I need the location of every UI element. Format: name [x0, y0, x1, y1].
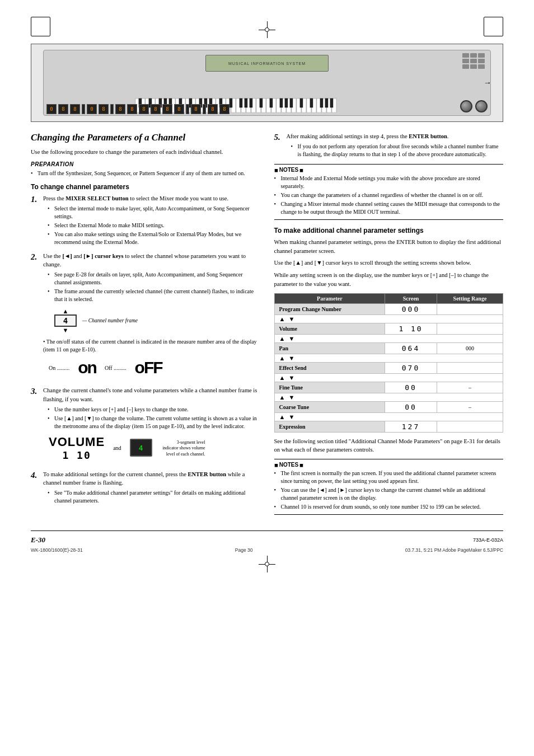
arrow-row-4: ▲ ▼: [274, 373, 503, 382]
step-4: 4. To make additional settings for the c…: [31, 470, 260, 506]
arrows-lr-2: ▲ ▼: [279, 335, 499, 342]
svg-rect-60: [300, 98, 303, 107]
step-3-bullet-2: • Use [▲] and [▼] to change the volume. …: [48, 415, 260, 430]
bullet-icon: •: [274, 175, 279, 190]
arrow-cell-5: ▲ ▼: [274, 393, 503, 401]
bullet-icon: •: [48, 222, 52, 229]
volume-display: VOLUME 1 10: [49, 435, 105, 461]
main-content: Changing the Parameters of a Channel Use…: [31, 132, 503, 519]
step-3-content: Change the current channel's tone and vo…: [43, 386, 260, 466]
step-2: 2. Use the [◄] and [►] cursor keys to se…: [31, 252, 260, 382]
step-1-content: Press the MIXER SELECT button to select …: [43, 194, 260, 247]
note-1-item-2: • You can change the parameters of a cha…: [274, 191, 504, 199]
param-screen-volume: 1 10: [385, 323, 437, 334]
kbd-btn-1: [462, 53, 469, 58]
arrow-row-5: ▲ ▼: [274, 393, 503, 401]
step-2-text: Use the [◄] and [►] cursor keys to selec…: [43, 252, 260, 270]
arrow-row-6: ▲ ▼: [274, 412, 503, 421]
crosshair-symbol: [259, 21, 275, 38]
keyboard-right-panel: [462, 53, 485, 69]
volume-illustration: VOLUME 1 10 and 4 3-segment level indica…: [49, 435, 260, 461]
step-1-bullet-3: • You can also make settings using the E…: [48, 231, 260, 246]
svg-rect-58: [285, 98, 288, 107]
param-name-finetune: Fine Tune: [274, 382, 385, 393]
note-2-item-1: • The first screen is normally the pan s…: [274, 469, 504, 485]
left-column: Changing the Parameters of a Channel Use…: [31, 132, 260, 519]
up-arrow-icon: ▲: [279, 374, 285, 381]
svg-rect-56: [270, 98, 273, 107]
footer-left: WK-1800/1600(E)-28-31: [31, 547, 83, 553]
param-range-coarsetune: –: [437, 401, 503, 412]
col-header-range: Setting Range: [437, 293, 503, 303]
param-name-pcn: Program Change Number: [274, 303, 385, 314]
svg-rect-62: [320, 98, 323, 107]
step-2b-text: • The on/off status of the current chann…: [43, 338, 260, 354]
step-1: 1. Press the MIXER SELECT button to sele…: [31, 194, 260, 247]
table-row-volume: Volume 1 10: [274, 323, 503, 334]
note-1-item-1: • Internal Mode and External Mode settin…: [274, 175, 504, 190]
step-2-bullets: • See page E-28 for details on layer, sp…: [48, 271, 260, 303]
svg-rect-53: [245, 98, 247, 107]
bullet-icon: •: [48, 288, 52, 303]
step-4-bullet-1: • See "To make additional channel parame…: [48, 489, 260, 505]
bullet-icon: •: [48, 205, 52, 220]
bullet-icon: •: [48, 489, 52, 505]
note-2-item-2: • You can use the [◄] and [►] cursor key…: [274, 486, 504, 502]
step-5-bullets: • If you do not perform any operation fo…: [291, 143, 504, 158]
notes-title-2: NOTES: [274, 462, 504, 468]
step-3-text: Change the current channel's tone and vo…: [43, 386, 260, 404]
up-arrow-icon: ▲: [279, 355, 285, 361]
arrows-lr-3: ▲ ▼: [279, 355, 499, 361]
knobs: [460, 100, 488, 112]
arrow-cell-3: ▲ ▼: [274, 354, 503, 362]
table-row-pcn: Program Change Number 000: [274, 303, 503, 314]
notes-title-1: NOTES: [274, 167, 504, 173]
and-text: and: [113, 445, 121, 451]
kbd-btn-9: [478, 64, 485, 69]
notes-box-2: NOTES • The first screen is normally the…: [274, 459, 504, 515]
kbd-btn-5: [470, 59, 477, 63]
kbd-btn-8: [470, 64, 477, 69]
step-2-content: Use the [◄] and [►] cursor keys to selec…: [43, 252, 260, 382]
top-decoration: [31, 17, 503, 38]
param-range-pan: 000: [437, 342, 503, 354]
param-range-pcn: [437, 303, 503, 314]
arrow-row-3: ▲ ▼: [274, 354, 503, 362]
step-2-bullet-1: • See page E-28 for details on layer, sp…: [48, 271, 260, 287]
bullet-icon: •: [274, 191, 279, 199]
bottom-crosshair-wrapper: [31, 556, 503, 572]
volume-number: 1 10: [49, 449, 105, 461]
arrow-cell-4: ▲ ▼: [274, 373, 503, 382]
step-2-num: 2.: [31, 252, 40, 262]
svg-rect-51: [229, 98, 232, 107]
proc-heading-1: To change channel parameters: [31, 183, 260, 191]
svg-rect-63: [325, 98, 328, 107]
svg-rect-54: [250, 98, 252, 107]
channel-frame-illustration: ▲ 4 ▼ — Channel number frame: [54, 308, 260, 334]
arrow-row-1: ▲ ▼: [274, 314, 503, 323]
arrow-cell-1: ▲ ▼: [274, 314, 503, 323]
keyboard-image: MUSICAL INFORMATION SYSTEM: [31, 44, 503, 122]
kbd-btn-6: [478, 59, 485, 63]
see-section-text: See the following section titled "Additi…: [274, 437, 504, 455]
down-arrow-icon: ▼: [288, 414, 294, 420]
table-row-expression: Expression 127: [274, 421, 503, 432]
bullet-icon: •: [274, 200, 279, 216]
arrows-lr-6: ▲ ▼: [279, 414, 499, 420]
param-screen-pan: 064: [385, 342, 437, 354]
step-3-bullets: • Use the number keys or [+] and [–] key…: [48, 406, 260, 430]
step-3-num: 3.: [31, 386, 40, 396]
bullet-icon: •: [48, 406, 52, 414]
volume-word: VOLUME: [49, 435, 105, 449]
svg-rect-64: [330, 98, 333, 107]
channel-label: — Channel number frame: [82, 318, 138, 323]
bullet-icon: •: [48, 415, 52, 430]
bullet-icon: •: [274, 503, 279, 511]
table-row-coarsetune: Coarse Tune 00 –: [274, 401, 503, 412]
table-header-row: Parameter Screen Setting Range: [274, 293, 503, 303]
bullet-icon: •: [48, 231, 52, 246]
up-arrow-icon: ▲: [279, 394, 285, 401]
down-arrow-icon: ▼: [288, 316, 294, 322]
param-screen-expression: 127: [385, 421, 437, 432]
param-name-pan: Pan: [274, 342, 385, 354]
